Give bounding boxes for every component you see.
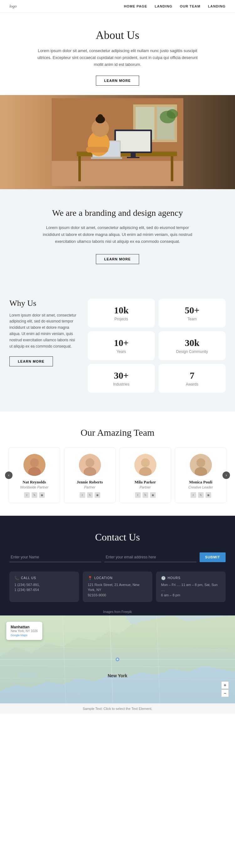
branding-learn-more-button[interactable]: LEARN MORE <box>96 254 139 264</box>
team-prev-button[interactable]: ‹ <box>5 471 12 479</box>
svg-rect-44 <box>19 674 38 678</box>
why-us-left: Why Us Lorem ipsum dolor sit amet, conse… <box>9 299 78 367</box>
stat-industries-label: Industries <box>94 382 148 386</box>
about-section: About Us Lorem ipsum dolor sit amet, con… <box>0 13 235 95</box>
why-us-section: Why Us Lorem ipsum dolor sit amet, conse… <box>0 283 235 411</box>
stat-team: 50+ Team <box>159 299 226 328</box>
svg-point-26 <box>86 458 94 467</box>
svg-point-23 <box>30 458 39 467</box>
phone-icon: 📞 <box>14 576 20 580</box>
team-name-jennie: Jennie Roberts <box>69 479 110 485</box>
stat-projects-number: 10k <box>94 305 148 316</box>
svg-point-29 <box>141 458 150 467</box>
contact-card-phone: 📞 CALL US 1 (234) 567-891, 1 (234) 987-6… <box>9 571 79 602</box>
svg-point-32 <box>197 458 205 467</box>
contact-submit-button[interactable]: SUBMIT <box>200 552 226 562</box>
about-title: About Us <box>25 29 210 42</box>
stat-awards-number: 7 <box>165 370 219 381</box>
nav-link-landing2[interactable]: LANDING <box>208 4 226 8</box>
clock-icon: 🕐 <box>161 576 166 580</box>
why-us-learn-more-button[interactable]: LEARN MORE <box>9 356 53 366</box>
freepik-credit: Images from Freepik <box>9 608 226 616</box>
nav-link-homepage[interactable]: HOME PAGE <box>124 4 147 8</box>
team-title: Our Amazing Team <box>6 427 229 438</box>
twitter-icon-monica[interactable]: 𝕏 <box>198 492 204 498</box>
social-icons-mila: f 𝕏 ◉ <box>125 492 166 498</box>
avatar-monica <box>190 454 212 476</box>
stats-grid: 10k Projects 50+ Team 10+ Years 30k Desi… <box>88 299 226 393</box>
stat-industries: 30+ Industries <box>88 364 155 393</box>
team-name-monica: Monica Pouli <box>180 479 221 485</box>
twitter-icon-nat[interactable]: 𝕏 <box>32 492 37 498</box>
twitter-icon-mila[interactable]: 𝕏 <box>142 492 148 498</box>
about-description: Lorem ipsum dolor sit amet, consectetur … <box>36 48 199 68</box>
branding-title: We are a branding and design agency <box>25 208 210 218</box>
instagram-icon-monica[interactable]: ◉ <box>206 492 211 498</box>
team-card-monica: Monica Pouli Creative Leader f 𝕏 ◉ <box>175 447 227 503</box>
svg-rect-11 <box>116 131 150 152</box>
team-name-nat: Nat Reynolds <box>14 479 55 485</box>
map-zoom-controls: + − <box>221 681 229 697</box>
svg-rect-16 <box>91 157 122 159</box>
contact-phone-text: 1 (234) 567-891, 1 (234) 987-654 <box>14 582 74 593</box>
about-learn-more-button[interactable]: LEARN MORE <box>96 75 139 86</box>
stat-team-number: 50+ <box>165 305 219 316</box>
contact-hours-text: Mon – Fri .... 11 am – 8 pm, Sat, Sun ..… <box>161 582 221 598</box>
contact-hours-title: 🕐 HOURS <box>161 576 221 580</box>
map-zoom-in-button[interactable]: + <box>221 681 229 689</box>
branding-section: We are a branding and design agency Lore… <box>0 189 235 283</box>
branding-description: Lorem ipsum dolor sit amet, consectetur … <box>39 224 196 245</box>
instagram-icon-mila[interactable]: ◉ <box>150 492 156 498</box>
svg-point-20 <box>97 114 103 120</box>
nav-link-ourteam[interactable]: OUR TEAM <box>180 4 201 8</box>
team-role-monica: Creative Leader <box>180 485 221 489</box>
stat-years-label: Years <box>94 349 148 354</box>
contact-card-location: 📍 LOCATION 121 Rock Street, 21 Avenue, N… <box>83 571 152 602</box>
contact-location-title: 📍 LOCATION <box>88 576 147 580</box>
logo: logo <box>9 4 16 9</box>
navigation: logo HOME PAGE LANDING OUR TEAM LANDING <box>0 0 235 13</box>
nav-link-landing1[interactable]: LANDING <box>155 4 172 8</box>
map-city: Manhattan <box>11 625 38 629</box>
facebook-icon-monica[interactable]: f <box>191 492 196 498</box>
svg-point-46 <box>116 658 119 660</box>
location-icon: 📍 <box>88 576 93 580</box>
instagram-icon-jennie[interactable]: ◉ <box>95 492 100 498</box>
team-role-jennie: Partner <box>69 485 110 489</box>
contact-card-hours: 🕐 HOURS Mon – Fri .... 11 am – 8 pm, Sat… <box>156 571 226 602</box>
avatar-jennie <box>79 454 101 476</box>
map-overlay-card: Manhattan New York, NY 1026 Google Maps <box>6 622 42 640</box>
facebook-icon-mila[interactable]: f <box>135 492 141 498</box>
contact-title: Contact Us <box>9 531 226 543</box>
contact-email-input[interactable] <box>104 552 196 562</box>
stat-team-label: Team <box>165 317 219 321</box>
map-section: Manhattan New York, NY 1026 Google Maps … <box>0 616 235 703</box>
twitter-icon-jennie[interactable]: 𝕏 <box>87 492 93 498</box>
facebook-icon-nat[interactable]: f <box>24 492 30 498</box>
contact-section: Contact Us SUBMIT 📞 CALL US 1 (234) 567-… <box>0 516 235 616</box>
svg-rect-13 <box>127 157 139 158</box>
stat-community-number: 30k <box>165 338 219 348</box>
contact-location-text: 121 Rock Street, 21 Avenue, New York, NY… <box>88 582 147 598</box>
nav-links: HOME PAGE LANDING OUR TEAM LANDING <box>124 4 226 8</box>
team-name-mila: Mila Parker <box>125 479 166 485</box>
social-icons-nat: f 𝕏 ◉ <box>14 492 55 498</box>
team-card-mila: Mila Parker Partner f 𝕏 ◉ <box>120 447 171 503</box>
facebook-icon-jennie[interactable]: f <box>79 492 85 498</box>
stat-projects-label: Projects <box>94 317 148 321</box>
contact-name-input[interactable] <box>9 552 101 562</box>
map-background: Manhattan New York, NY 1026 Google Maps … <box>0 616 235 703</box>
team-next-button[interactable]: › <box>223 471 230 479</box>
stat-awards-label: Awards <box>165 382 219 386</box>
team-card-jennie: Jennie Roberts Partner f 𝕏 ◉ <box>64 447 115 503</box>
google-maps-link[interactable]: Google Maps <box>11 634 38 637</box>
social-icons-jennie: f 𝕏 ◉ <box>69 492 110 498</box>
stat-projects: 10k Projects <box>88 299 155 328</box>
map-label-newyork: New York <box>108 673 128 678</box>
team-card-nat: Nat Reynolds Worldwide Partner f 𝕏 ◉ <box>8 447 60 503</box>
map-zoom-out-button[interactable]: − <box>221 689 229 697</box>
contact-info-row: 📞 CALL US 1 (234) 567-891, 1 (234) 987-6… <box>9 571 226 602</box>
stat-awards: 7 Awards <box>159 364 226 393</box>
instagram-icon-nat[interactable]: ◉ <box>39 492 45 498</box>
avatar-mila <box>134 454 156 476</box>
